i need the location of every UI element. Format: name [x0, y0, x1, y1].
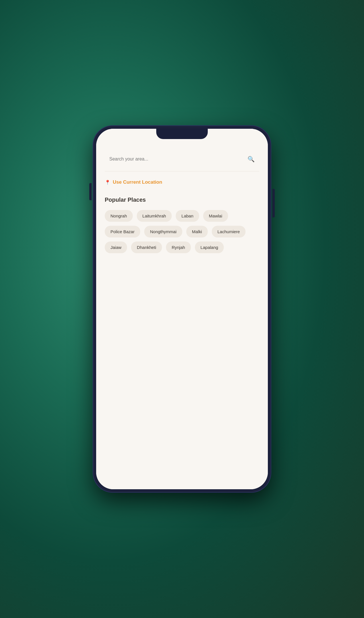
popular-places-section: Popular Places NongrahLaitumkhrahLabanMa…	[96, 191, 268, 259]
phone-frame: 🔍 📍 Use Current Location Popular Places …	[93, 126, 271, 492]
location-pin-icon: 📍	[105, 180, 110, 185]
search-bar: 🔍	[105, 152, 259, 167]
popular-places-title: Popular Places	[105, 197, 259, 203]
search-input[interactable]	[109, 157, 245, 162]
phone-screen: 🔍 📍 Use Current Location Popular Places …	[96, 129, 268, 489]
phone-notch	[156, 129, 208, 139]
place-chip[interactable]: Lapalang	[195, 241, 224, 253]
search-section: 🔍	[96, 146, 268, 171]
place-chip[interactable]: Laban	[176, 210, 199, 222]
chips-container: NongrahLaitumkhrahLabanMawlaiPolice Baza…	[105, 210, 259, 253]
place-chip[interactable]: Laitumkhrah	[137, 210, 172, 222]
place-chip[interactable]: Nongrah	[105, 210, 133, 222]
place-chip[interactable]: Mawlai	[203, 210, 228, 222]
location-section: 📍 Use Current Location	[96, 171, 268, 191]
place-chip[interactable]: Malki	[186, 226, 208, 237]
place-chip[interactable]: Jaiaw	[105, 241, 127, 253]
use-current-location-label: Use Current Location	[113, 179, 162, 185]
place-chip[interactable]: Nongthymmai	[144, 226, 182, 237]
use-current-location-button[interactable]: 📍 Use Current Location	[105, 179, 162, 185]
place-chip[interactable]: Dhankheti	[131, 241, 162, 253]
place-chip[interactable]: Rynjah	[166, 241, 191, 253]
screen-content: 🔍 📍 Use Current Location Popular Places …	[96, 129, 268, 489]
place-chip[interactable]: Lachumiere	[212, 226, 246, 237]
search-icon: 🔍	[248, 156, 255, 163]
place-chip[interactable]: Police Bazar	[105, 226, 140, 237]
